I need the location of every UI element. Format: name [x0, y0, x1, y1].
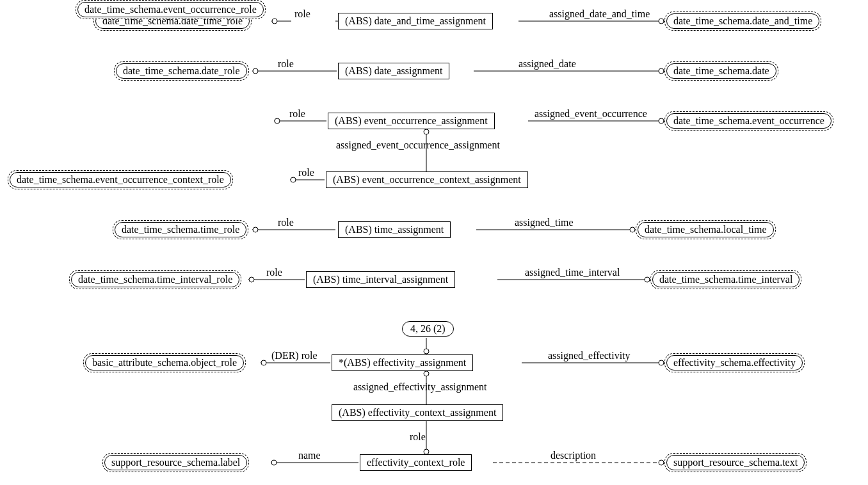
rel-role: role: [410, 431, 426, 443]
svg-point-28: [261, 360, 266, 365]
page-ref-4-26-2: 4, 26 (2): [402, 321, 454, 337]
svg-point-18: [253, 227, 258, 232]
type-label-support: support_resource_schema.label: [102, 453, 249, 472]
entity-event-occurrence-assignment: (ABS) event_occurrence_assignment: [328, 113, 495, 129]
svg-point-12: [659, 118, 664, 123]
type-label: date_time_schema.local_time: [638, 222, 774, 237]
rel-assigned-date: assigned_date: [518, 58, 576, 70]
type-effectivity: effectivity_schema.effectivity: [664, 353, 805, 372]
svg-point-30: [659, 360, 664, 365]
rel-role: role: [278, 58, 294, 70]
entity-effectivity-context-role: effectivity_context_role: [360, 454, 472, 471]
rel-role: role: [278, 217, 294, 228]
type-event-occurrence-role: date_time_schema.event_occurrence_role: [76, 0, 266, 19]
svg-point-32: [424, 371, 429, 376]
rel-assigned-date-and-time: assigned_date_and_time: [549, 8, 650, 20]
rel-assigned-effectivity: assigned_effectivity: [548, 350, 631, 362]
rel-role: role: [298, 167, 314, 179]
rel-description: description: [551, 450, 596, 461]
rel-assigned-event-occurrence: assigned_event_occurrence: [534, 108, 647, 120]
type-label: date_time_schema.event_occurrence: [666, 113, 832, 129]
rel-assigned-event-occurrence-assignment: assigned_event_occurrence_assignment: [336, 139, 500, 151]
type-label: effectivity_schema.effectivity: [666, 355, 803, 370]
rel-assigned-time: assigned_time: [515, 217, 574, 228]
type-label: date_time_schema.date_and_time: [666, 13, 819, 29]
svg-point-26: [424, 349, 429, 354]
entity-effectivity-context-assignment: (ABS) effectivity_context_assignment: [332, 404, 503, 421]
type-label: support_resource_schema.label: [104, 455, 247, 470]
svg-point-1: [272, 19, 277, 24]
type-label: basic_attribute_schema.object_role: [85, 355, 244, 370]
svg-point-10: [275, 118, 280, 123]
type-local-time: date_time_schema.local_time: [636, 220, 776, 239]
svg-point-6: [253, 68, 258, 74]
type-label: support_resource_schema.text: [666, 455, 805, 470]
rel-role: role: [294, 8, 310, 20]
svg-point-8: [659, 68, 664, 74]
svg-point-20: [630, 227, 635, 232]
type-label: date_time_schema.time_interval_role: [71, 272, 239, 287]
entity-effectivity-assignment: *(ABS) effectivity_assignment: [332, 354, 473, 371]
type-label: date_time_schema.time_role: [115, 222, 246, 237]
type-event-occurrence: date_time_schema.event_occurrence: [664, 111, 833, 131]
type-date: date_time_schema.date: [664, 61, 778, 81]
type-label: date_time_schema.date_role: [116, 63, 247, 79]
svg-point-16: [291, 177, 296, 182]
type-time-role: date_time_schema.time_role: [113, 220, 248, 239]
svg-point-22: [249, 277, 254, 282]
rel-role: role: [266, 267, 282, 278]
rel-assigned-time-interval: assigned_time_interval: [525, 267, 620, 278]
rel-assigned-effectivity-assignment: assigned_effectivity_assignment: [353, 381, 487, 393]
type-label: date_time_schema.event_occurrence_role: [77, 2, 264, 17]
rel-role: role: [289, 108, 305, 120]
type-label: date_time_schema.date: [666, 63, 776, 79]
rel-name: name: [298, 450, 321, 461]
svg-point-36: [271, 460, 277, 465]
rel-der-role: (DER) role: [271, 350, 317, 362]
entity-date-assignment: (ABS) date_assignment: [338, 63, 449, 79]
entity-date-and-time-assignment: (ABS) date_and_time_assignment: [338, 13, 493, 29]
type-text-support: support_resource_schema.text: [664, 453, 807, 472]
type-date-and-time: date_time_schema.date_and_time: [664, 12, 821, 31]
type-time-interval: date_time_schema.time_interval: [650, 270, 801, 289]
type-object-role: basic_attribute_schema.object_role: [83, 353, 246, 372]
entity-time-assignment: (ABS) time_assignment: [338, 221, 451, 238]
type-label: date_time_schema.time_interval: [652, 272, 800, 287]
entity-time-interval-assignment: (ABS) time_interval_assignment: [306, 271, 455, 288]
type-time-interval-role: date_time_schema.time_interval_role: [69, 270, 241, 289]
type-event-occurrence-context-role: date_time_schema.event_occurrence_contex…: [8, 170, 233, 189]
type-label: date_time_schema.event_occurrence_contex…: [10, 172, 231, 187]
svg-point-4: [659, 19, 664, 24]
svg-point-38: [659, 460, 664, 465]
svg-point-14: [424, 129, 429, 134]
expressg-diagram: date_time_schema.date_time_role role (AB…: [0, 0, 868, 485]
entity-event-occurrence-context-assignment: (ABS) event_occurrence_context_assignmen…: [326, 171, 528, 188]
type-date-role: date_time_schema.date_role: [114, 61, 249, 81]
svg-point-34: [424, 449, 429, 454]
svg-point-24: [645, 277, 650, 282]
